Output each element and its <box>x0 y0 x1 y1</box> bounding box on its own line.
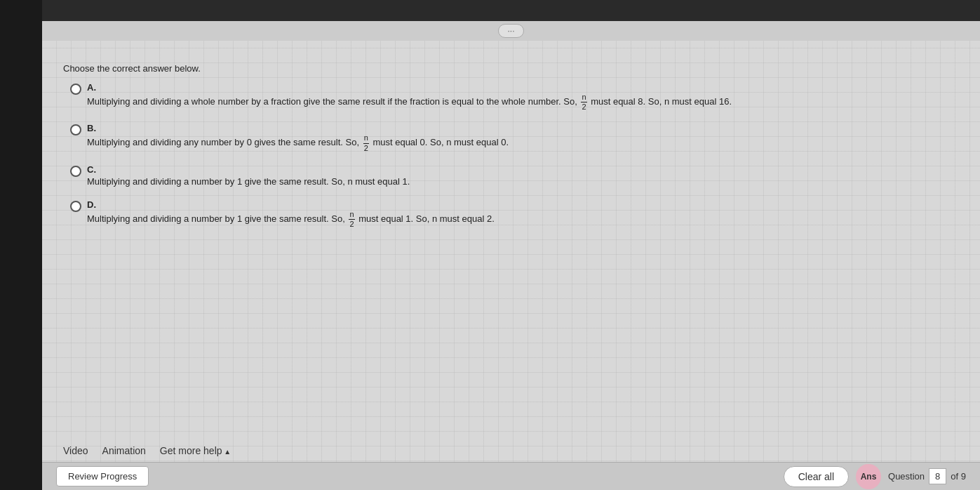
radio-d[interactable] <box>70 201 81 212</box>
review-progress-button[interactable]: Review Progress <box>56 466 149 486</box>
answer-text: Ans <box>861 472 877 482</box>
footer-bar: Review Progress Clear all Ans Question 8… <box>42 462 980 490</box>
video-link[interactable]: Video <box>63 445 88 456</box>
option-d-content: D. Multiplying and dividing a number by … <box>87 199 495 229</box>
fraction-a-num: n <box>581 93 586 102</box>
option-c-content: C. Multiplying and dividing a number by … <box>87 164 410 189</box>
get-more-help-link[interactable]: Get more help <box>160 445 231 456</box>
radio-a[interactable] <box>70 84 81 95</box>
option-c-text: Multiplying and dividing a number by 1 g… <box>87 175 410 189</box>
fraction-d: n 2 <box>349 210 354 229</box>
fraction-d-den: 2 <box>349 220 354 229</box>
top-dots: ··· <box>498 24 523 38</box>
fraction-a: n 2 <box>581 93 586 112</box>
fraction-a-den: 2 <box>581 102 586 112</box>
options-group: A. Multiplying and dividing a whole numb… <box>70 82 959 230</box>
question-nav: Question 8 of 9 <box>888 468 966 484</box>
option-c-label: C. <box>87 164 410 175</box>
option-c: C. Multiplying and dividing a number by … <box>70 164 959 189</box>
fraction-b-num: n <box>363 133 369 143</box>
animation-link[interactable]: Animation <box>102 445 146 456</box>
option-a: A. Multiplying and dividing a whole numb… <box>70 82 959 112</box>
option-b-text: Multiplying and dividing any number by 0… <box>87 133 509 152</box>
top-bar: ··· <box>42 21 980 41</box>
option-b: B. Multiplying and dividing any number b… <box>70 123 959 152</box>
radio-c[interactable] <box>70 166 81 177</box>
left-panel <box>0 0 42 490</box>
content-area: ··· Choose the correct answer below. A. … <box>42 21 980 490</box>
footer-right: Clear all Ans Question 8 of 9 <box>784 464 966 489</box>
bottom-bar: Video Animation Get more help <box>42 439 980 462</box>
question-label: Question <box>888 471 925 482</box>
option-a-content: A. Multiplying and dividing a whole numb… <box>87 82 732 112</box>
clear-all-button[interactable]: Clear all <box>784 466 849 487</box>
option-a-label: A. <box>87 82 732 93</box>
question-total: of 9 <box>951 471 966 482</box>
radio-b[interactable] <box>70 124 81 135</box>
fraction-b: n 2 <box>363 133 369 152</box>
option-d: D. Multiplying and dividing a number by … <box>70 199 959 229</box>
option-b-content: B. Multiplying and dividing any number b… <box>87 123 509 152</box>
fraction-d-num: n <box>349 210 354 220</box>
option-a-text: Multiplying and dividing a whole number … <box>87 93 732 112</box>
choose-label: Choose the correct answer below. <box>63 63 959 74</box>
option-b-label: B. <box>87 123 509 133</box>
fraction-b-den: 2 <box>363 144 369 153</box>
option-d-text: Multiplying and dividing a number by 1 g… <box>87 210 495 229</box>
option-d-label: D. <box>87 199 495 210</box>
question-number: 8 <box>929 468 946 484</box>
answer-indicator: Ans <box>856 464 881 489</box>
